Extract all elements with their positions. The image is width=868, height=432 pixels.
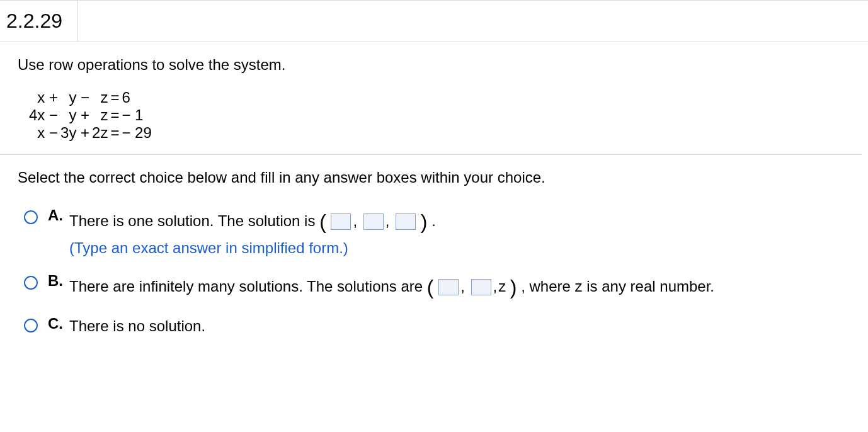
close-paren-icon: ) bbox=[510, 276, 517, 298]
comma: , bbox=[351, 212, 358, 229]
eq-cell: y + bbox=[59, 106, 91, 124]
eq-cell: z bbox=[91, 89, 109, 106]
eq-cell: − 1 bbox=[120, 106, 152, 124]
z-label: z bbox=[498, 278, 506, 295]
question-header-bar: 2.2.29 bbox=[0, 0, 868, 42]
instruction-text: Use row operations to solve the system. bbox=[18, 56, 862, 74]
answer-a-y-input[interactable] bbox=[363, 213, 384, 230]
question-page: 2.2.29 Use row operations to solve the s… bbox=[0, 0, 868, 432]
eq-cell: = bbox=[109, 106, 120, 124]
radio-a[interactable] bbox=[24, 210, 38, 224]
eq-cell: x − bbox=[28, 124, 59, 142]
eq-cell: 6 bbox=[120, 89, 152, 106]
radio-b[interactable] bbox=[24, 276, 38, 290]
choice-a-post: . bbox=[431, 212, 436, 229]
equation-row: x − 3y + 2z = − 29 bbox=[28, 124, 153, 142]
question-number: 2.2.29 bbox=[0, 1, 78, 42]
equation-table: x + y − z = 6 4x − y + z = − 1 x − 3y + … bbox=[28, 89, 153, 142]
question-body: Use row operations to solve the system. … bbox=[0, 42, 868, 338]
radio-c[interactable] bbox=[24, 319, 38, 333]
choice-b-text: There are infinitely many solutions. The… bbox=[69, 272, 714, 302]
choice-letter: A. bbox=[48, 207, 63, 224]
comma: , bbox=[384, 212, 391, 229]
comma: , bbox=[459, 278, 466, 295]
close-paren-icon: ) bbox=[421, 210, 428, 233]
eq-cell: = bbox=[109, 124, 120, 142]
select-prompt: Select the correct choice below and fill… bbox=[18, 169, 862, 186]
choice-letter: C. bbox=[48, 315, 63, 333]
answer-b-y-input[interactable] bbox=[471, 279, 491, 295]
eq-cell: 4x − bbox=[28, 106, 59, 124]
equation-row: x + y − z = 6 bbox=[28, 89, 153, 106]
choice-c: C. There is no solution. bbox=[24, 315, 862, 338]
divider bbox=[0, 154, 862, 155]
eq-cell: − 29 bbox=[120, 124, 152, 142]
eq-cell: = bbox=[109, 89, 120, 106]
eq-cell: 3y + bbox=[59, 124, 91, 142]
choice-c-text: There is no solution. bbox=[69, 315, 205, 338]
answer-a-x-input[interactable] bbox=[331, 213, 351, 230]
open-paren-icon: ( bbox=[427, 276, 434, 298]
equation-row: 4x − y + z = − 1 bbox=[28, 106, 153, 124]
choice-a: A. There is one solution. The solution i… bbox=[24, 207, 862, 259]
choice-a-text: There is one solution. The solution is (… bbox=[69, 207, 436, 259]
eq-cell: z bbox=[91, 106, 109, 124]
choice-b-post: , where z is any real number. bbox=[521, 278, 714, 295]
answer-b-x-input[interactable] bbox=[438, 279, 459, 295]
answer-a-z-input[interactable] bbox=[396, 213, 416, 230]
eq-cell: 2z bbox=[91, 124, 109, 142]
eq-cell: y − bbox=[59, 89, 91, 106]
choice-b: B. There are infinitely many solutions. … bbox=[24, 272, 862, 302]
choice-list: A. There is one solution. The solution i… bbox=[18, 207, 862, 338]
choice-a-hint: (Type an exact answer in simplified form… bbox=[69, 239, 348, 256]
choice-a-pre: There is one solution. The solution is bbox=[69, 212, 319, 229]
equation-system: x + y − z = 6 4x − y + z = − 1 x − 3y + … bbox=[18, 89, 862, 154]
comma: , bbox=[492, 278, 499, 295]
choice-b-pre: There are infinitely many solutions. The… bbox=[69, 278, 427, 295]
open-paren-icon: ( bbox=[319, 210, 326, 233]
eq-cell: x + bbox=[28, 89, 59, 106]
choice-letter: B. bbox=[48, 272, 63, 290]
